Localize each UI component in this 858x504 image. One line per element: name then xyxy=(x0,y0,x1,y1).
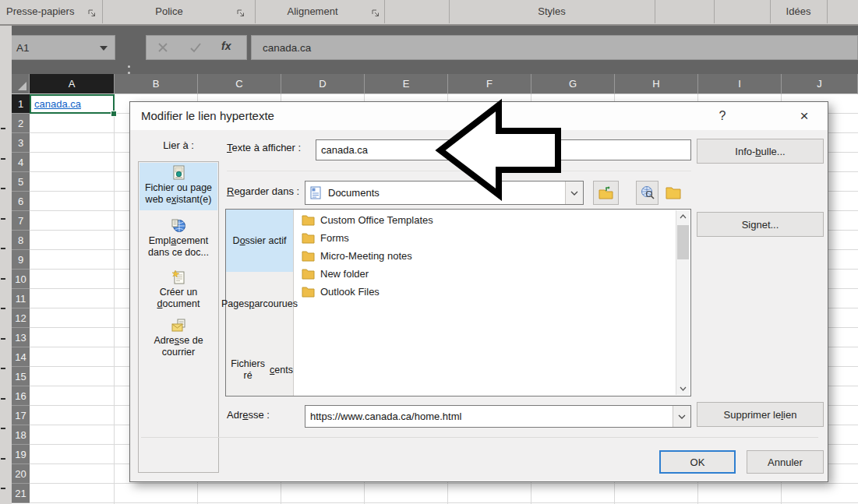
sidebar-item-place-in-document[interactable]: Emplacement dans ce doc... xyxy=(139,216,217,263)
row-header[interactable]: 19 xyxy=(12,445,30,464)
row-header[interactable]: 8 xyxy=(12,231,30,250)
folder-icon xyxy=(302,233,315,244)
cell-a1[interactable]: canada.ca xyxy=(30,94,115,114)
sidebar-item-existing-file[interactable]: Fichier ou page web existant(e) xyxy=(139,163,217,210)
folder-list: Custom Office Templates Forms Micro-Meet… xyxy=(294,211,674,394)
address-dropdown-icon[interactable] xyxy=(673,406,690,427)
row-header[interactable]: 4 xyxy=(12,153,30,172)
tab-current-folder[interactable]: Dossier actif xyxy=(226,210,293,272)
browse-file-button[interactable] xyxy=(662,181,685,205)
row-header[interactable]: 17 xyxy=(12,406,30,425)
tooltip-button[interactable]: Info-bulle... xyxy=(697,139,824,164)
row-header[interactable]: 12 xyxy=(12,308,30,328)
link-to-sidebar: Fichier ou page web existant(e) Emplacem… xyxy=(138,161,219,473)
formula-value: canada.ca xyxy=(252,42,311,54)
list-item[interactable]: Micro-Meeting notes xyxy=(294,247,674,265)
column-header[interactable]: H xyxy=(615,74,698,94)
column-header[interactable]: D xyxy=(281,74,365,94)
folder-icon xyxy=(302,287,315,298)
dialog-title: Modifier le lien hypertexte xyxy=(141,102,274,130)
dialog-launcher-icon[interactable] xyxy=(236,7,245,21)
address-field[interactable]: https://www.canada.ca/home.html xyxy=(305,405,691,428)
sidebar-item-create-document[interactable]: Créer un document xyxy=(139,267,217,315)
display-text-value: canada.ca xyxy=(321,144,368,156)
ribbon-group-strip: Presse-papiers Police Alignement Styles … xyxy=(0,0,858,26)
up-one-folder-button[interactable] xyxy=(593,181,619,205)
column-header[interactable]: B xyxy=(115,74,198,94)
screen-edge-strip xyxy=(0,26,12,504)
row-header[interactable]: 7 xyxy=(12,211,30,231)
row-header[interactable]: 6 xyxy=(12,192,30,211)
row-header[interactable]: 18 xyxy=(12,425,30,445)
scrollbar[interactable] xyxy=(676,210,690,395)
tab-browsed-pages[interactable]: Pages parcourues xyxy=(226,286,293,322)
row-header[interactable]: 11 xyxy=(12,289,30,308)
name-box-dropdown-icon[interactable] xyxy=(100,46,108,51)
fill-handle[interactable] xyxy=(111,111,117,117)
documents-folder-icon xyxy=(310,186,322,199)
list-item[interactable]: Outlook Files xyxy=(294,283,674,301)
globe-document-icon xyxy=(171,218,186,234)
dialog-launcher-icon[interactable] xyxy=(87,7,97,21)
column-header[interactable]: I xyxy=(698,74,782,94)
row-header[interactable]: 14 xyxy=(12,347,30,367)
column-header[interactable]: G xyxy=(531,74,615,94)
column-header[interactable]: A xyxy=(30,74,115,94)
row-header[interactable]: 16 xyxy=(12,386,30,406)
row-header[interactable]: 2 xyxy=(12,114,30,133)
row-header[interactable]: 5 xyxy=(12,172,30,192)
file-browser: Dossier actif Pages parcourues Fichiers … xyxy=(225,209,691,397)
row-header[interactable]: 15 xyxy=(12,367,30,386)
sidebar-item-email-address[interactable]: Adresse de courrier xyxy=(139,315,217,365)
cancel-button[interactable]: Annuler xyxy=(747,450,824,474)
column-header[interactable]: E xyxy=(365,74,448,94)
folder-icon xyxy=(302,215,315,226)
enter-check-icon[interactable] xyxy=(190,42,202,56)
ok-button[interactable]: OK xyxy=(659,450,736,474)
tab-recent-files[interactable]: Fichiers récents xyxy=(226,352,293,388)
close-button[interactable]: × xyxy=(793,102,816,130)
bookmark-button[interactable]: Signet... xyxy=(697,212,824,237)
list-item[interactable]: Forms xyxy=(294,229,674,247)
dialog-launcher-icon[interactable] xyxy=(371,7,380,21)
row-header[interactable]: 21 xyxy=(12,484,30,503)
list-item[interactable]: New folder xyxy=(294,265,674,283)
annotation-arrow xyxy=(429,96,569,205)
fx-icon[interactable]: fx xyxy=(221,40,231,52)
column-header[interactable]: C xyxy=(198,74,281,94)
scroll-down-icon[interactable] xyxy=(676,382,690,395)
name-box[interactable]: A1 xyxy=(9,35,115,60)
row-header[interactable]: 10 xyxy=(12,270,30,289)
formula-input[interactable]: canada.ca xyxy=(251,35,858,60)
name-box-value: A1 xyxy=(10,42,30,54)
column-header[interactable]: J xyxy=(782,74,858,94)
address-value: https://www.canada.ca/home.html xyxy=(310,411,461,422)
excel-window: Presse-papiers Police Alignement Styles … xyxy=(0,0,858,504)
file-webpage-icon xyxy=(171,165,186,181)
row-header[interactable]: 9 xyxy=(12,250,30,270)
ribbon-group-font: Police xyxy=(102,5,236,17)
folder-icon xyxy=(665,186,682,200)
browser-tabs: Dossier actif Pages parcourues Fichiers … xyxy=(226,210,294,396)
row-header[interactable]: 13 xyxy=(12,328,30,347)
cell-a1-hyperlink[interactable]: canada.ca xyxy=(31,98,81,110)
row-header[interactable]: 1 xyxy=(12,94,30,114)
formula-bar-band: A1 fx canada.ca xyxy=(0,26,858,74)
browse-web-button[interactable] xyxy=(636,181,659,205)
scroll-up-icon[interactable] xyxy=(676,210,690,223)
cancel-icon[interactable] xyxy=(157,42,168,56)
address-label: Adresse : xyxy=(227,409,270,421)
up-one-folder-icon xyxy=(598,185,615,201)
formula-bar-divider xyxy=(128,65,130,68)
email-icon xyxy=(171,318,186,333)
scrollbar-thumb[interactable] xyxy=(677,225,689,259)
remove-link-button[interactable]: Supprimer le lien xyxy=(697,402,824,427)
select-all-corner[interactable] xyxy=(12,74,30,94)
column-header[interactable]: F xyxy=(448,74,531,94)
list-item[interactable]: Custom Office Templates xyxy=(294,211,674,229)
row-header[interactable]: 3 xyxy=(12,133,30,153)
formula-buttons: fx xyxy=(146,35,247,60)
ribbon-group-clipboard: Presse-papiers xyxy=(6,5,84,17)
row-header[interactable]: 20 xyxy=(12,464,30,484)
help-button[interactable]: ? xyxy=(711,102,734,130)
